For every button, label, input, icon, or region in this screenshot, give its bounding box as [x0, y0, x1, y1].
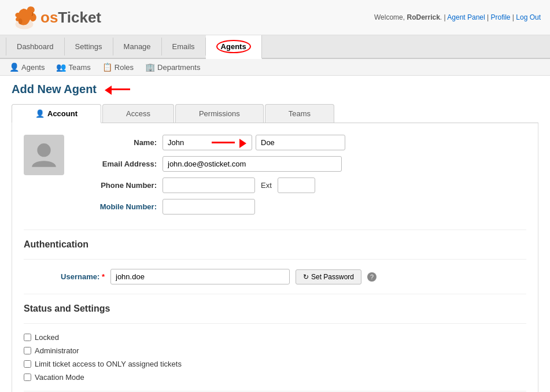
logout-link[interactable]: Log Out: [516, 13, 541, 21]
agents-circle-highlight: Agents: [216, 40, 251, 53]
fields-area: Name: Email Address: Phone Number:: [76, 135, 526, 220]
refresh-icon: ↻: [303, 273, 309, 281]
required-star: *: [102, 272, 105, 281]
username: RoDerrick: [407, 13, 440, 21]
vacation-row: Vacation Mode: [24, 373, 526, 382]
page-title-row: Add New Agent: [12, 83, 538, 96]
sub-nav-departments[interactable]: 🏢 Departments: [145, 62, 200, 72]
arrow-right-decoration: [212, 138, 246, 148]
avatar: [24, 135, 64, 175]
status-section-title: Status and Settings: [24, 304, 526, 314]
logo-kangaroo-icon: [9, 3, 39, 31]
phone-input[interactable]: [163, 177, 255, 193]
tab-access[interactable]: Access: [102, 104, 174, 123]
admin-checkbox[interactable]: [24, 347, 31, 354]
last-name-input[interactable]: [256, 135, 345, 150]
teams-icon: 👥: [56, 62, 66, 72]
divider-auth2: [24, 259, 526, 260]
account-tab-icon: 👤: [35, 109, 45, 118]
page-title: Add New Agent: [12, 83, 97, 96]
auth-section: Authentication Username: * ↻ Set Passwor…: [24, 239, 526, 284]
person-icon: [29, 140, 58, 169]
ext-input[interactable]: [278, 177, 315, 193]
divider-status2: [24, 323, 526, 324]
username-row: Username: * ↻ Set Password ?: [24, 269, 526, 284]
tab-account[interactable]: 👤 Account: [12, 104, 101, 123]
arrow-left-decoration: [102, 84, 137, 95]
logo-text: osTicket: [40, 9, 101, 27]
username-label: Username: *: [24, 272, 105, 281]
main-nav: Dashboard Settings Manage Emails Agents: [0, 35, 550, 59]
vacation-label: Vacation Mode: [35, 373, 84, 382]
username-input[interactable]: [110, 269, 290, 284]
limit-access-checkbox[interactable]: [24, 360, 31, 368]
agent-panel-link[interactable]: Agent Panel: [447, 13, 485, 21]
locked-label: Locked: [35, 333, 59, 342]
svg-point-3: [37, 143, 50, 157]
tab-teams[interactable]: Teams: [265, 104, 334, 123]
phone-row: Phone Number: Ext: [76, 177, 526, 193]
admin-label: Administrator: [35, 346, 79, 355]
limit-access-label: Limit ticket access to ONLY assigned tic…: [35, 360, 182, 368]
help-icon[interactable]: ?: [367, 272, 376, 282]
email-row: Email Address:: [76, 156, 526, 172]
welcome-area: Welcome, RoDerrick. | Agent Panel | Prof…: [374, 13, 541, 21]
agent-icon: 👤: [9, 62, 19, 72]
main-content: Add New Agent 👤 Account Access Permissio…: [0, 76, 550, 392]
locked-row: Locked: [24, 333, 526, 342]
welcome-text: Welcome,: [374, 13, 405, 21]
email-input[interactable]: [163, 156, 342, 172]
status-section: Status and Settings Locked Administrator…: [24, 304, 526, 382]
nav-dashboard[interactable]: Dashboard: [6, 38, 65, 56]
logo: osTicket: [9, 3, 101, 31]
divider-status: [24, 294, 526, 294]
profile-section: Name: Email Address: Phone Number:: [24, 135, 526, 220]
svg-point-1: [29, 8, 32, 11]
limit-access-row: Limit ticket access to ONLY assigned tic…: [24, 360, 526, 368]
divider-auth: [24, 230, 526, 230]
set-password-button[interactable]: ↻ Set Password: [296, 269, 361, 284]
roles-icon: 📋: [102, 62, 112, 72]
tab-permissions[interactable]: Permissions: [175, 104, 264, 123]
ext-label: Ext: [261, 181, 272, 190]
profile-link[interactable]: Profile: [490, 13, 510, 21]
mobile-input[interactable]: [163, 199, 255, 215]
nav-settings[interactable]: Settings: [65, 38, 113, 56]
nav-manage[interactable]: Manage: [113, 38, 162, 56]
form-area: Name: Email Address: Phone Number:: [12, 123, 538, 392]
vacation-checkbox[interactable]: [24, 373, 31, 381]
admin-row: Administrator: [24, 346, 526, 355]
email-label: Email Address:: [76, 160, 157, 168]
departments-icon: 🏢: [145, 62, 155, 72]
name-inputs: [163, 135, 345, 150]
mobile-label: Mobile Number:: [76, 202, 157, 211]
nav-agents[interactable]: Agents: [206, 35, 262, 59]
sub-nav: 👤 Agents 👥 Teams 📋 Roles 🏢 Departments: [0, 59, 550, 76]
mobile-row: Mobile Number:: [76, 199, 526, 215]
auth-section-title: Authentication: [24, 239, 526, 250]
header: osTicket Welcome, RoDerrick. | Agent Pan…: [0, 0, 550, 35]
sub-nav-teams[interactable]: 👥 Teams: [56, 62, 90, 72]
sub-nav-roles[interactable]: 📋 Roles: [102, 62, 134, 72]
name-row: Name:: [76, 135, 526, 150]
name-label: Name:: [76, 138, 157, 147]
tabs-bar: 👤 Account Access Permissions Teams: [12, 104, 538, 123]
phone-label: Phone Number:: [76, 181, 157, 190]
nav-emails[interactable]: Emails: [162, 38, 206, 56]
svg-point-2: [19, 19, 23, 24]
sub-nav-agents[interactable]: 👤 Agents: [9, 62, 45, 72]
locked-checkbox[interactable]: [24, 334, 31, 341]
